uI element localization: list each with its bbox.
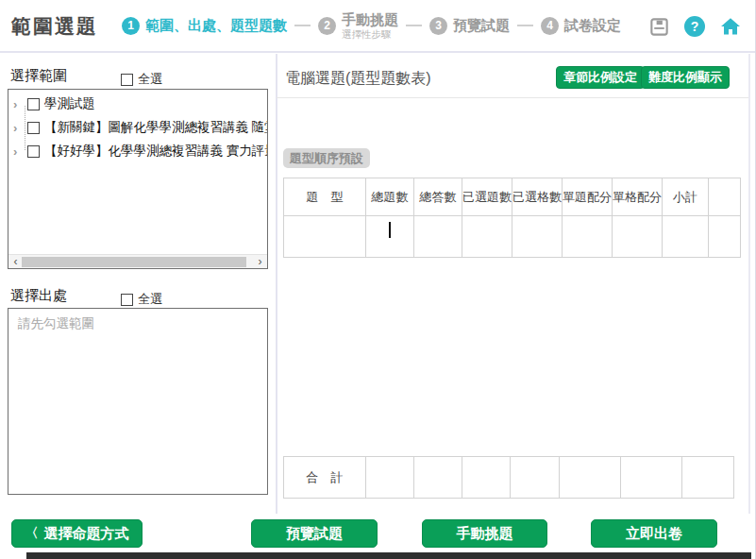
choose-method-back-button[interactable]: 〈 選擇命題方式 [11, 519, 143, 548]
tree-guide-lines [25, 106, 25, 150]
tree-item-label: 【好好學】化學學測總複習講義 實力評量 [44, 143, 268, 160]
source-section-title: 選擇出處 [10, 287, 67, 305]
step-2-label: 手動挑題 [342, 11, 398, 27]
header-icon-group: ? [648, 15, 742, 38]
col-header-subtotal: 小計 [663, 178, 709, 216]
table-row [284, 216, 741, 258]
cell-total-answers[interactable] [414, 216, 462, 258]
generate-paper-button[interactable]: 立即出卷 [591, 519, 717, 548]
totals-cell [621, 457, 682, 499]
col-header-selected-questions: 已選題數 [462, 178, 512, 216]
step-3-preview[interactable]: 3 預覽試題 [429, 17, 510, 35]
main-panel-title: 電腦選題(題型題數表) [285, 69, 431, 89]
app-window: 範圍選題 1 範圍、出處、題型題數 2 手動挑題 選擇性步驟 3 預覽試題 [0, 0, 756, 559]
cell-selected-cells[interactable] [512, 216, 563, 258]
totals-cell [511, 457, 560, 499]
page-title: 範圍選題 [11, 13, 98, 40]
step-indicator: 1 範圍、出處、題型題數 2 手動挑題 選擇性步驟 3 預覽試題 4 試卷設定 [122, 0, 621, 51]
panel-divider [276, 54, 277, 514]
range-select-all[interactable]: 全選 [121, 71, 162, 88]
col-header-selected-cells: 已選格數 [512, 178, 563, 216]
chapter-ratio-button[interactable]: 章節比例設定 [556, 66, 645, 89]
step-4-label: 試卷設定 [564, 17, 621, 35]
cell-points-per-question[interactable] [563, 216, 613, 258]
source-select-all-checkbox[interactable] [121, 294, 133, 306]
expand-chevron-icon[interactable] [13, 97, 23, 111]
panel-right-edge [748, 54, 750, 514]
tree-item-label: 學測試題 [44, 95, 95, 112]
totals-cell [682, 457, 734, 499]
step-2-number: 2 [318, 17, 336, 35]
horizontal-scrollbar[interactable] [8, 254, 267, 268]
bottom-cutoff-strip [26, 552, 751, 559]
help-icon[interactable]: ? [684, 16, 705, 37]
totals-table: 合 計 [283, 456, 734, 499]
cell-question-type[interactable] [284, 216, 366, 258]
cell-subtotal[interactable] [663, 216, 709, 258]
tree-item[interactable]: 【好好學】化學學測總複習講義 實力評量 [8, 140, 267, 163]
totals-cell [560, 457, 621, 499]
manual-pick-button[interactable]: 手動挑題 [422, 519, 547, 548]
range-select-all-label: 全選 [138, 71, 162, 88]
scroll-right-arrow-icon[interactable] [253, 255, 267, 269]
source-select-all-label: 全選 [138, 291, 162, 308]
step-2-sublabel: 選擇性步驟 [342, 28, 398, 40]
source-select-all[interactable]: 全選 [121, 291, 162, 308]
totals-cell [414, 457, 462, 499]
step-separator [294, 25, 311, 26]
preview-questions-button[interactable]: 預覽試題 [251, 519, 378, 548]
totals-row: 合 計 [284, 457, 734, 499]
section-divider [277, 97, 748, 98]
step-separator [406, 25, 422, 26]
step-1-range[interactable]: 1 範圍、出處、題型題數 [122, 17, 287, 35]
source-placeholder-text: 請先勾選範圍 [8, 309, 267, 339]
cell-selected-questions[interactable] [462, 216, 512, 258]
step-4-paper-settings[interactable]: 4 試卷設定 [541, 17, 621, 35]
col-header-total-questions: 總題數 [366, 178, 414, 216]
cell-points-per-cell[interactable] [613, 216, 663, 258]
totals-label: 合 計 [284, 457, 366, 499]
tree-item[interactable]: 【新關鍵】圖解化學學測總複習講義 隨堂測驗 [8, 116, 267, 140]
scroll-left-arrow-icon[interactable] [8, 255, 23, 269]
totals-cell [366, 457, 414, 499]
question-type-table: 題 型 總題數 總答數 已選題數 已選格數 單題配分 單格配分 小計 [283, 178, 741, 258]
col-header-points-per-cell: 單格配分 [613, 178, 663, 216]
step-1-label: 範圍、出處、題型題數 [145, 17, 287, 35]
tree-item-checkbox[interactable] [27, 122, 40, 134]
cell-blank[interactable] [709, 216, 741, 258]
type-order-preset-button[interactable]: 題型順序預設 [283, 148, 370, 168]
table-header-row: 題 型 總題數 總答數 已選題數 已選格數 單題配分 單格配分 小計 [284, 178, 741, 216]
expand-chevron-icon[interactable] [13, 144, 23, 159]
step-3-label: 預覽試題 [453, 17, 510, 35]
help-glyph: ? [691, 19, 699, 34]
col-header-points-per-question: 單題配分 [563, 178, 613, 216]
back-chevron-icon: 〈 [25, 525, 39, 542]
step-4-number: 4 [541, 17, 559, 35]
col-header-total-answers: 總答數 [414, 178, 462, 216]
tree-item-checkbox[interactable] [27, 145, 40, 158]
tree-item-label: 【新關鍵】圖解化學學測總複習講義 隨堂測驗 [44, 119, 268, 136]
range-tree-box: 學測試題 【新關鍵】圖解化學學測總複習講義 隨堂測驗 【好好學】化學學測總複習講… [8, 89, 268, 269]
totals-cell [462, 457, 511, 499]
range-select-all-checkbox[interactable] [121, 74, 133, 86]
step-1-number: 1 [122, 17, 140, 35]
col-header-blank [709, 178, 741, 216]
scrollbar-thumb[interactable] [22, 257, 246, 267]
step-3-number: 3 [429, 17, 447, 35]
top-header: 範圍選題 1 範圍、出處、題型題數 2 手動挑題 選擇性步驟 3 預覽試題 [0, 0, 755, 53]
range-section-title: 選擇範圍 [10, 67, 67, 85]
home-icon[interactable] [719, 15, 742, 38]
step-separator [517, 25, 533, 26]
source-list-box: 請先勾選範圍 [8, 308, 268, 495]
text-cursor [389, 222, 391, 238]
save-icon[interactable] [648, 16, 670, 38]
back-button-label: 選擇命題方式 [44, 525, 129, 543]
expand-chevron-icon[interactable] [13, 121, 23, 135]
tree-item-checkbox[interactable] [27, 98, 40, 110]
range-tree: 學測試題 【新關鍵】圖解化學學測總複習講義 隨堂測驗 【好好學】化學學測總複習講… [8, 90, 267, 163]
step-2-manual-pick[interactable]: 2 手動挑題 選擇性步驟 [318, 11, 398, 39]
difficulty-ratio-button[interactable]: 難度比例顯示 [641, 66, 730, 89]
col-header-question-type: 題 型 [284, 178, 366, 216]
tree-item[interactable]: 學測試題 [8, 93, 267, 116]
